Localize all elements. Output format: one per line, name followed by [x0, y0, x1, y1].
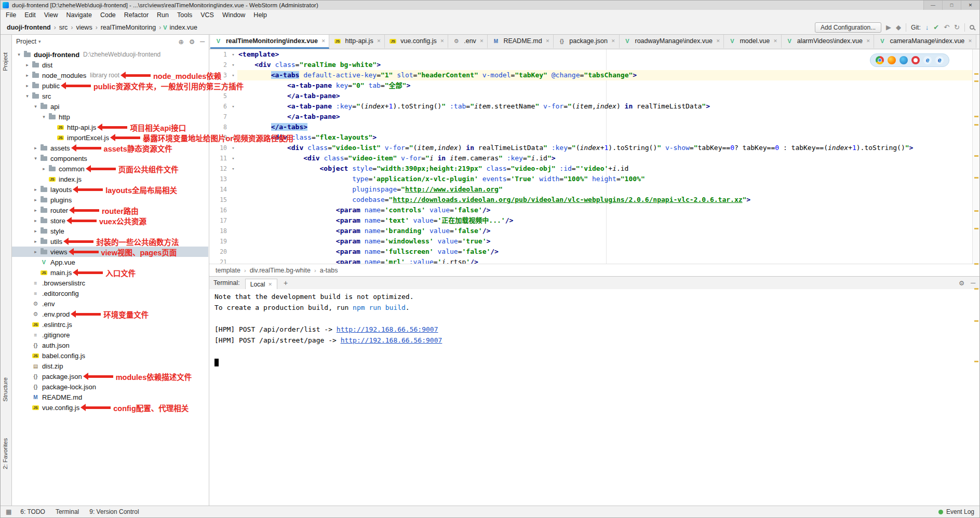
menu-item-vcs[interactable]: VCS — [196, 11, 218, 19]
breadcrumb-item[interactable]: realTimeMonitoring — [100, 24, 157, 31]
tree-item-common[interactable]: ▸common页面公共组件文件 — [12, 163, 209, 174]
tree-item-app-vue[interactable]: VApp.vue — [12, 257, 209, 267]
tree-item-node-modules[interactable]: ▸node_moduleslibrary rootnode_modules依赖 — [12, 70, 221, 80]
editor-tab-env[interactable]: ⚙.env✕ — [448, 35, 488, 49]
chevron-down-icon[interactable]: ▾ — [15, 52, 23, 57]
fold-icon[interactable]: ▾ — [229, 101, 237, 112]
debug-icon[interactable]: ◆ — [896, 23, 901, 31]
event-log[interactable]: Event Log — [946, 508, 974, 515]
tree-item-main-js[interactable]: main.js入口文件 — [12, 267, 209, 278]
chevron-down-icon[interactable]: ▾ — [32, 104, 39, 109]
tree-item-importexcel-js[interactable]: importExcel.js暴露环境变量地址给图片or视频资源路径使用 — [12, 132, 293, 143]
editor-tab-realtimemonitoring-index-vue[interactable]: VrealTimeMonitoring\index.vue✕ — [210, 35, 329, 49]
editor-tab-vue-config-js[interactable]: vue.config.js✕ — [385, 35, 448, 49]
firefox-icon[interactable] — [888, 56, 896, 64]
chevron-right-icon[interactable]: ▸ — [23, 62, 31, 67]
menu-item-file[interactable]: File — [2, 11, 20, 19]
breadcrumb-item[interactable]: div.realTime.bg-white — [250, 267, 311, 274]
tree-item-index-js[interactable]: index.js — [12, 174, 209, 184]
ie-icon[interactable]: e — [923, 56, 932, 64]
tool-stripe-project[interactable]: Project — [2, 52, 8, 71]
tree-item-api[interactable]: ▾api — [12, 101, 209, 112]
menu-item-navigate[interactable]: Navigate — [62, 11, 96, 19]
tree-item-dist[interactable]: ▸dist — [12, 60, 209, 70]
breadcrumb-item[interactable]: views — [75, 24, 93, 31]
tree-item-package-json[interactable]: {}package.jsonmodules依赖描述文件 — [12, 371, 209, 381]
tab-close-icon[interactable]: ✕ — [611, 38, 615, 44]
fold-icon[interactable]: ▾ — [229, 143, 237, 153]
chevron-down-icon[interactable]: ▾ — [40, 114, 48, 119]
close-icon[interactable]: ✕ — [961, 1, 979, 10]
terminal-output[interactable]: Note that the development build is not o… — [209, 289, 979, 506]
menu-item-view[interactable]: View — [40, 11, 62, 19]
tab-close-icon[interactable]: ✕ — [321, 38, 326, 44]
menu-item-help[interactable]: Help — [249, 11, 271, 19]
chevron-right-icon[interactable]: ▸ — [40, 166, 48, 171]
editor-tab-readme-md[interactable]: MREADME.md✕ — [488, 35, 554, 49]
fold-icon[interactable]: ▾ — [229, 163, 237, 174]
tab-close-icon[interactable]: ✕ — [546, 38, 550, 44]
tree-item-public[interactable]: ▸publicpublic资源文件夹，一般放引用的第三方插件 — [12, 80, 244, 91]
tree-item-editorconfig[interactable]: ≡.editorconfig — [12, 288, 209, 298]
git-commit-icon[interactable]: ✔ — [933, 23, 939, 31]
history-icon[interactable]: ↻ — [954, 23, 960, 31]
hide-panel-icon[interactable]: ─ — [971, 279, 975, 287]
tab-close-icon[interactable]: ✕ — [716, 38, 720, 44]
code-area[interactable]: 1▾<template>2▾ <div class="realTime bg-w… — [209, 49, 972, 264]
tab-close-icon[interactable]: ✕ — [773, 38, 777, 44]
tree-item-babel-config-js[interactable]: babel.config.js — [12, 350, 209, 361]
tool-stripe-favorites[interactable]: 2: Favorites — [2, 438, 8, 469]
error-stripe[interactable] — [972, 49, 979, 264]
editor-tab-roadwaymanage-index-vue[interactable]: VroadwayManage\index.vue✕ — [620, 35, 724, 49]
breadcrumb-item[interactable]: a-tabs — [320, 267, 338, 274]
tree-item-components[interactable]: ▾components — [12, 153, 209, 163]
tab-close-icon[interactable]: ✕ — [968, 38, 972, 44]
fold-icon[interactable]: ▾ — [229, 49, 237, 60]
project-panel-title[interactable]: Project — [16, 38, 36, 45]
tree-item-utils[interactable]: ▸utils封装的一些公共函数方法 — [12, 236, 209, 247]
tree-item-eslintrc-js[interactable]: .eslintrc.js — [12, 319, 209, 330]
tree-item-src[interactable]: ▾src — [12, 91, 209, 101]
tree-item-vue-config-js[interactable]: vue.config.jsconfig配置、代理相关 — [12, 402, 209, 413]
tree-item-gitignore[interactable]: ≡.gitignore — [12, 330, 209, 340]
minimize-icon[interactable]: — — [923, 1, 942, 10]
menu-item-run[interactable]: Run — [153, 11, 173, 19]
new-terminal-icon[interactable]: + — [284, 279, 288, 287]
tree-item-env-prod[interactable]: ⚙.env.prod环境变量文件 — [12, 309, 209, 319]
tab-close-icon[interactable]: ✕ — [866, 38, 870, 44]
terminal-tab-local[interactable]: Local ✕ — [245, 279, 277, 290]
tree-item-assets[interactable]: ▸assetsassets静态资源文件 — [12, 143, 209, 153]
terminal-link[interactable]: http://192.168.66.56:9007 — [337, 325, 438, 333]
menu-item-window[interactable]: Window — [218, 11, 249, 19]
gear-icon[interactable]: ⚙ — [959, 279, 964, 287]
tree-item-http-api-js[interactable]: http-api.js项目相关api接口 — [12, 122, 209, 132]
status-todo[interactable]: 6: TODO — [16, 508, 50, 515]
add-configuration-button[interactable]: Add Configuration... — [815, 22, 881, 33]
tool-windows-icon[interactable]: ▦ — [6, 508, 11, 515]
menu-item-refactor[interactable]: Refactor — [120, 11, 153, 19]
breadcrumb-item[interactable]: index.vue — [169, 24, 199, 31]
editor-tab-http-api-js[interactable]: http-api.js✕ — [329, 35, 385, 49]
chevron-right-icon[interactable]: ▸ — [32, 249, 39, 254]
hide-panel-icon[interactable]: ─ — [200, 38, 205, 45]
tool-stripe-structure[interactable]: Structure — [2, 377, 8, 402]
tree-item-auth-json[interactable]: {}auth.json — [12, 340, 209, 350]
gear-icon[interactable]: ⚙ — [189, 38, 195, 46]
chevron-down-icon[interactable]: ▾ — [23, 93, 31, 99]
chevron-right-icon[interactable]: ▸ — [32, 145, 39, 151]
run-icon[interactable]: ▶ — [886, 23, 891, 31]
search-icon[interactable] — [970, 25, 974, 30]
git-revert-icon[interactable]: ↶ — [944, 23, 949, 31]
status-version-control[interactable]: 9: Version Control — [85, 508, 143, 515]
editor-tab-model-vue[interactable]: Vmodel.vue✕ — [724, 35, 781, 49]
chevron-right-icon[interactable]: ▸ — [32, 239, 39, 244]
status-terminal[interactable]: Terminal — [51, 508, 84, 515]
opera-icon[interactable] — [911, 56, 920, 64]
tab-close-icon[interactable]: ✕ — [480, 38, 484, 44]
menu-item-edit[interactable]: Edit — [20, 11, 40, 19]
chevron-down-icon[interactable]: ▾ — [38, 39, 41, 44]
tree-item-router[interactable]: ▸routerrouter路由 — [12, 205, 209, 215]
chevron-down-icon[interactable]: ▾ — [32, 156, 39, 161]
terminal-link[interactable]: http://192.168.66.56:9007 — [341, 336, 442, 344]
tab-close-icon[interactable]: ✕ — [377, 38, 381, 44]
